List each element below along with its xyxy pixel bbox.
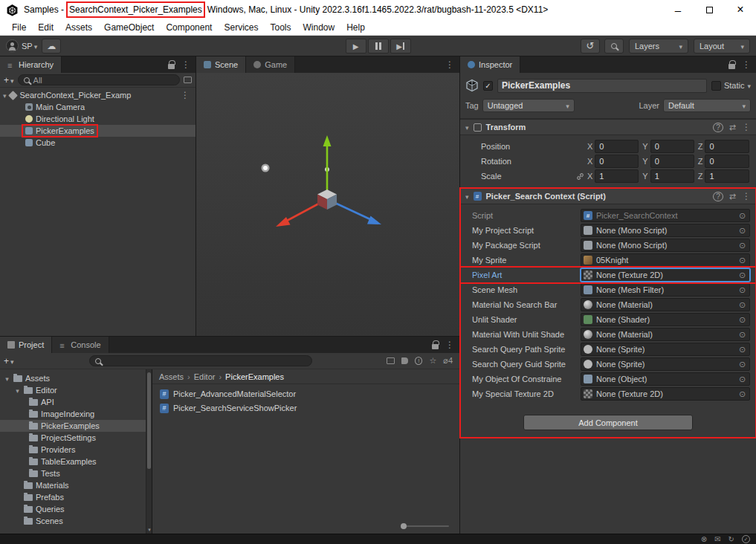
- tree-item-tests[interactable]: Tests: [0, 467, 152, 479]
- lock-icon[interactable]: [432, 344, 439, 349]
- layer-dropdown[interactable]: Default: [663, 99, 751, 112]
- presets-icon[interactable]: [729, 123, 736, 132]
- object-picker-icon[interactable]: [737, 389, 748, 399]
- undo-history-button[interactable]: [581, 39, 600, 54]
- mono-script-object-field[interactable]: None (Mono Script): [581, 224, 750, 237]
- info-icon[interactable]: !: [415, 357, 422, 365]
- menu-help[interactable]: Help: [340, 19, 371, 35]
- global-search-button[interactable]: [604, 39, 624, 54]
- maximize-button[interactable]: [694, 0, 725, 19]
- object-picker-icon[interactable]: [737, 330, 748, 340]
- tree-item-imageindexing[interactable]: ImageIndexing: [0, 408, 152, 420]
- sprite-object-field[interactable]: None (Sprite): [581, 357, 750, 371]
- object-picker-icon[interactable]: [737, 300, 748, 310]
- object-picker-icon[interactable]: [737, 241, 748, 250]
- object-picker-icon[interactable]: [737, 315, 748, 325]
- progress-status-icon[interactable]: [742, 535, 750, 543]
- layers-dropdown[interactable]: Layers: [629, 39, 688, 54]
- thumbnail-zoom-slider[interactable]: [401, 525, 449, 527]
- tab-inspector[interactable]: Inspector: [460, 56, 520, 73]
- pause-button[interactable]: [368, 39, 389, 54]
- tab-console[interactable]: Console: [52, 337, 109, 353]
- presets-icon[interactable]: [729, 192, 736, 201]
- menu-window[interactable]: Window: [297, 19, 340, 35]
- help-icon[interactable]: [713, 123, 723, 132]
- sprite-object-field[interactable]: None (Sprite): [581, 343, 750, 356]
- play-button[interactable]: [346, 39, 366, 54]
- panel-menu-icon[interactable]: [445, 340, 454, 350]
- tree-item-tableexamples[interactable]: TableExamples: [0, 456, 152, 467]
- menu-component[interactable]: Component: [160, 19, 218, 35]
- rotation-y-field[interactable]: 0: [650, 155, 694, 168]
- account-avatar-icon[interactable]: [6, 39, 19, 52]
- expand-triangle-icon[interactable]: [3, 91, 7, 100]
- scene-viewport[interactable]: [196, 73, 459, 336]
- scale-y-field[interactable]: 1: [650, 169, 694, 183]
- hierarchy-item-directional-light[interactable]: Directional Light: [0, 113, 196, 125]
- rotation-x-field[interactable]: 0: [595, 155, 639, 168]
- component-menu-icon[interactable]: [742, 122, 751, 132]
- tree-item-providers[interactable]: Providers: [0, 444, 152, 456]
- expand-triangle-icon[interactable]: [14, 386, 21, 395]
- object-picker-icon[interactable]: [737, 211, 748, 221]
- script-component-header[interactable]: Picker_Search Context (Script): [460, 188, 756, 204]
- tree-item-assets[interactable]: Assets: [0, 372, 152, 384]
- menu-edit[interactable]: Edit: [32, 19, 59, 35]
- project-search-input[interactable]: [89, 355, 312, 366]
- mono-script-object-field[interactable]: None (Mono Script): [581, 239, 750, 252]
- panel-menu-icon[interactable]: [445, 59, 454, 70]
- tree-item-pickerexamples[interactable]: PickerExamples: [0, 420, 152, 432]
- scale-x-field[interactable]: 1: [595, 169, 639, 183]
- position-x-field[interactable]: 0: [595, 140, 639, 153]
- file-row-advancedmaterialselector[interactable]: Picker_AdvancedMaterialSelector: [160, 388, 452, 400]
- static-checkbox[interactable]: [711, 81, 721, 91]
- tree-item-prefabs[interactable]: Prefabs: [0, 491, 152, 503]
- transform-header[interactable]: Transform: [460, 119, 756, 135]
- favorites-star-icon[interactable]: ☆: [429, 356, 436, 366]
- close-button[interactable]: [725, 0, 756, 19]
- scene-row-menu-icon[interactable]: [181, 90, 190, 100]
- hierarchy-scene-row[interactable]: SearchContext_Picker_Examp: [0, 89, 196, 101]
- panel-menu-icon[interactable]: [742, 59, 751, 70]
- tree-item-materials[interactable]: Materials: [0, 479, 152, 491]
- object-object-field[interactable]: None (Object): [581, 372, 750, 386]
- slider-knob[interactable]: [401, 523, 407, 529]
- menu-services[interactable]: Services: [218, 19, 264, 35]
- menu-tools[interactable]: Tools: [264, 19, 297, 35]
- object-picker-icon[interactable]: [737, 375, 748, 384]
- scroll-down-arrow-icon[interactable]: [146, 527, 152, 533]
- pixel-art-object-field[interactable]: None (Texture 2D): [581, 268, 750, 282]
- static-toggle-group[interactable]: Static: [711, 81, 751, 91]
- hierarchy-search-input[interactable]: All: [18, 74, 180, 85]
- file-row-searchserviceshowpicker[interactable]: Picker_SearchServiceShowPicker: [160, 402, 452, 414]
- minimize-button[interactable]: [662, 0, 694, 19]
- layout-dropdown[interactable]: Layout: [694, 39, 750, 54]
- tree-item-projectsettings[interactable]: ProjectSettings: [0, 432, 152, 444]
- hidden-count-badge[interactable]: ⌀4: [443, 356, 453, 366]
- scale-z-field[interactable]: 1: [705, 169, 749, 183]
- shader-object-field[interactable]: None (Shader): [581, 313, 750, 326]
- project-add-button[interactable]: [4, 356, 14, 366]
- tree-item-scenes[interactable]: Scenes: [0, 515, 152, 527]
- material-object-field[interactable]: None (Material): [581, 328, 750, 341]
- menu-file[interactable]: File: [6, 19, 32, 35]
- mesh-object-field[interactable]: None (Mesh Filter): [581, 283, 750, 297]
- menu-gameobject[interactable]: GameObject: [98, 19, 160, 35]
- object-picker-icon[interactable]: [737, 226, 748, 236]
- tab-scene[interactable]: Scene: [196, 56, 246, 73]
- uniform-scale-link-icon[interactable]: [576, 172, 587, 181]
- foldout-triangle-icon[interactable]: [465, 123, 469, 132]
- foldout-triangle-icon[interactable]: [465, 192, 469, 201]
- active-checkbox[interactable]: [483, 81, 493, 91]
- expand-triangle-icon[interactable]: [4, 374, 10, 383]
- tree-item-editor[interactable]: Editor: [0, 384, 152, 396]
- lock-icon[interactable]: [168, 64, 175, 69]
- hierarchy-item-pickerexamples[interactable]: PickerExamples: [0, 125, 196, 137]
- tab-game[interactable]: Game: [246, 56, 295, 73]
- mute-icon[interactable]: [701, 535, 707, 543]
- search-by-type-icon[interactable]: [387, 357, 395, 364]
- material-object-field[interactable]: None (Material): [581, 298, 750, 311]
- gameobject-name-field[interactable]: PickerExamples: [497, 79, 707, 93]
- add-component-button[interactable]: Add Component: [523, 415, 693, 430]
- script-object-field[interactable]: Picker_SearchContext: [581, 209, 750, 222]
